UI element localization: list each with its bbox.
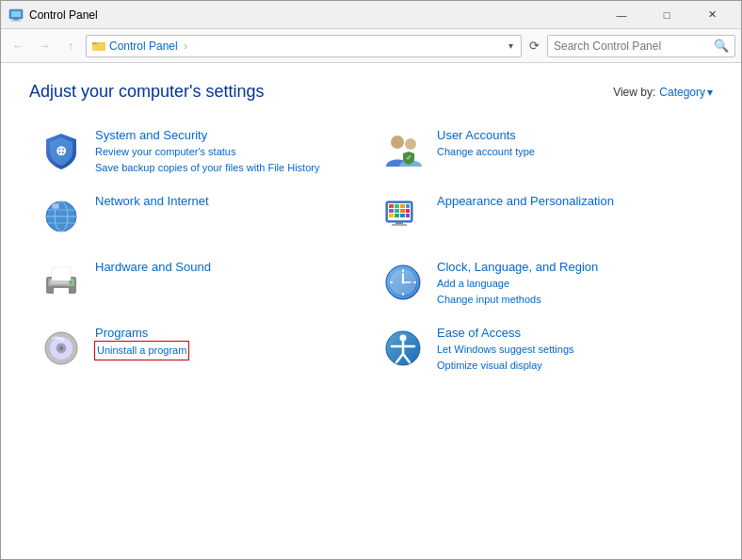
svg-rect-25 — [400, 209, 405, 213]
svg-rect-23 — [389, 209, 394, 213]
system-security-sub1[interactable]: Review your computer's status — [95, 144, 362, 160]
programs-content: Programs Uninstall a program — [95, 326, 362, 360]
refresh-button[interactable]: ⟳ — [525, 37, 543, 55]
svg-point-9 — [405, 138, 416, 150]
view-by-arrow: ▾ — [707, 86, 713, 99]
svg-rect-27 — [389, 214, 394, 217]
ease-of-access-content: Ease of Access Let Windows suggest setti… — [437, 326, 703, 373]
svg-rect-24 — [395, 209, 399, 213]
up-button[interactable]: ↑ — [59, 35, 82, 57]
svg-point-8 — [391, 136, 404, 149]
page-title: Adjust your computer's settings — [29, 82, 265, 102]
close-button[interactable]: ✕ — [690, 1, 734, 29]
breadcrumb-item[interactable]: Control Panel — [109, 40, 178, 53]
category-network-internet: Network and Internet — [29, 186, 371, 252]
user-accounts-icon: ✓ — [380, 128, 426, 173]
category-system-security: ⊕ System and Security Review your comput… — [29, 120, 371, 186]
svg-rect-20 — [395, 204, 399, 208]
address-bar-input[interactable]: Control Panel › ▾ — [86, 35, 522, 57]
view-by-dropdown[interactable]: Category ▾ — [659, 86, 713, 99]
svg-rect-5 — [92, 43, 105, 51]
maximize-button[interactable]: □ — [645, 1, 688, 29]
clock-language-sub2[interactable]: Change input methods — [437, 292, 703, 308]
svg-rect-32 — [392, 224, 407, 226]
minimize-button[interactable]: — — [600, 1, 643, 29]
appearance-title[interactable]: Appearance and Personalization — [437, 194, 703, 208]
forward-button[interactable]: → — [33, 35, 56, 57]
window-title: Control Panel — [29, 8, 600, 22]
system-security-icon: ⊕ — [39, 128, 84, 173]
breadcrumb: Control Panel › — [109, 40, 503, 53]
svg-rect-30 — [406, 214, 410, 217]
search-icon[interactable]: 🔍 — [714, 39, 729, 53]
svg-point-48 — [402, 281, 405, 284]
hardware-sound-icon — [39, 260, 84, 305]
programs-sub1[interactable]: Uninstall a program — [95, 342, 188, 360]
ease-of-access-icon — [380, 326, 426, 371]
hardware-sound-title[interactable]: Hardware and Sound — [95, 260, 362, 274]
svg-rect-37 — [54, 288, 69, 299]
ease-of-access-title[interactable]: Ease of Access — [437, 326, 703, 340]
clock-language-content: Clock, Language, and Region Add a langua… — [437, 260, 703, 307]
svg-point-52 — [59, 346, 63, 350]
breadcrumb-separator: › — [184, 40, 187, 53]
category-programs: Programs Uninstall a program — [29, 318, 371, 384]
user-accounts-content: User Accounts Change account type — [437, 128, 703, 160]
network-internet-content: Network and Internet — [95, 194, 362, 210]
view-by-control: View by: Category ▾ — [613, 86, 713, 99]
categories-grid: ⊕ System and Security Review your comput… — [29, 120, 713, 384]
ease-of-access-sub1[interactable]: Let Windows suggest settings — [437, 342, 703, 358]
system-security-content: System and Security Review your computer… — [95, 128, 362, 175]
category-clock-language: Clock, Language, and Region Add a langua… — [371, 252, 713, 318]
svg-rect-3 — [11, 20, 21, 21]
category-hardware-sound: Hardware and Sound — [29, 252, 371, 318]
user-accounts-title[interactable]: User Accounts — [437, 128, 703, 142]
address-bar: ← → ↑ Control Panel › ▾ ⟳ 🔍 — [1, 29, 741, 63]
user-accounts-sub1[interactable]: Change account type — [437, 144, 703, 160]
view-by-label: View by: — [613, 86, 655, 99]
category-user-accounts: ✓ User Accounts Change account type — [371, 120, 713, 186]
svg-text:✓: ✓ — [406, 153, 412, 162]
svg-rect-19 — [389, 204, 394, 208]
svg-rect-21 — [400, 204, 405, 208]
svg-rect-31 — [395, 222, 403, 224]
clock-language-icon — [380, 260, 426, 305]
page-header: Adjust your computer's settings View by:… — [29, 82, 713, 102]
window-controls: — □ ✕ — [600, 1, 734, 29]
svg-rect-2 — [13, 19, 19, 21]
programs-title[interactable]: Programs — [95, 326, 362, 340]
svg-rect-6 — [92, 42, 97, 44]
category-appearance: Appearance and Personalization — [371, 186, 713, 252]
title-bar: Control Panel — □ ✕ — [1, 1, 741, 29]
network-internet-title[interactable]: Network and Internet — [95, 194, 362, 208]
svg-rect-28 — [395, 214, 399, 217]
system-security-sub2[interactable]: Save backup copies of your files with Fi… — [95, 160, 362, 176]
svg-rect-36 — [52, 267, 71, 280]
system-security-title[interactable]: System and Security — [95, 128, 362, 142]
svg-rect-22 — [406, 204, 410, 208]
clock-language-title[interactable]: Clock, Language, and Region — [437, 260, 703, 274]
folder-icon — [92, 40, 105, 53]
svg-point-38 — [69, 280, 73, 284]
svg-point-54 — [400, 335, 407, 342]
svg-rect-1 — [11, 11, 21, 17]
svg-rect-26 — [406, 209, 410, 213]
svg-rect-16 — [52, 203, 59, 209]
category-ease-of-access: Ease of Access Let Windows suggest setti… — [371, 318, 713, 384]
app-icon — [8, 8, 24, 23]
ease-of-access-sub2[interactable]: Optimize visual display — [437, 358, 703, 374]
search-box: 🔍 — [547, 35, 735, 57]
svg-rect-29 — [400, 214, 405, 217]
main-content: Adjust your computer's settings View by:… — [1, 63, 741, 560]
clock-language-sub1[interactable]: Add a language — [437, 276, 703, 292]
back-button[interactable]: ← — [7, 35, 29, 57]
programs-icon — [39, 326, 84, 371]
appearance-icon — [380, 194, 426, 239]
network-internet-icon — [39, 194, 84, 239]
hardware-sound-content: Hardware and Sound — [95, 260, 362, 276]
appearance-content: Appearance and Personalization — [437, 194, 703, 210]
address-dropdown-button[interactable]: ▾ — [507, 40, 515, 51]
svg-text:⊕: ⊕ — [56, 143, 67, 158]
search-input[interactable] — [554, 40, 714, 53]
view-by-value-text: Category — [659, 86, 705, 99]
